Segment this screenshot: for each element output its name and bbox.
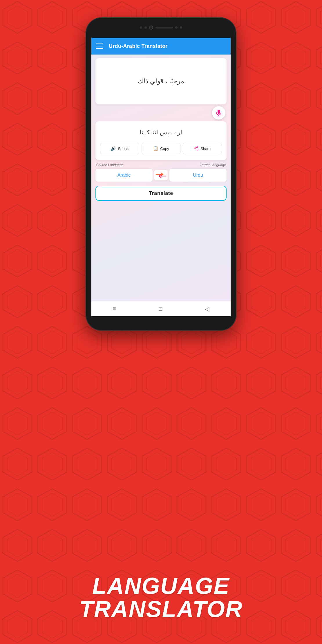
speak-label: Speak xyxy=(118,146,129,151)
svg-line-6 xyxy=(196,149,197,149)
action-buttons-row: 🔊 Speak 📋 Copy xyxy=(100,142,222,155)
copy-label: Copy xyxy=(160,146,169,151)
target-language-label: Target Language xyxy=(200,163,226,167)
copy-button[interactable]: 📋 Copy xyxy=(142,143,181,154)
bottom-title-section: LANGUAGE TRANSLATOR xyxy=(74,574,248,621)
main-title-line2: TRANSLATOR xyxy=(74,598,248,621)
translation-input-box[interactable]: مرحبًا ، قولي ذلك xyxy=(95,58,227,104)
phone-bottom xyxy=(86,316,236,331)
screen-content: مرحبًا ، قولي ذلك ارے ، بس xyxy=(91,55,231,301)
app-bar: Urdu-Arabic Translator xyxy=(91,38,231,55)
mic-row xyxy=(95,106,227,120)
share-button[interactable]: Share xyxy=(183,143,222,154)
sensor-dot-1 xyxy=(140,26,142,29)
svg-line-7 xyxy=(196,147,197,148)
translate-button-label: Translate xyxy=(149,190,173,196)
language-section: Source Language Target Language Arabic xyxy=(95,162,227,183)
urdu-output-text: ارے ، بس اتنا کہنا xyxy=(100,126,222,139)
source-language-label: Source Language xyxy=(96,163,124,167)
svg-point-3 xyxy=(197,146,198,147)
phone-container: Urdu-Arabic Translator مرحبًا ، قولي ذلك xyxy=(86,17,236,331)
source-language-selector[interactable]: Arabic xyxy=(95,169,153,182)
camera-area xyxy=(140,26,182,30)
main-title-line1: LANGUAGE xyxy=(74,574,248,598)
share-icon xyxy=(194,146,199,151)
language-labels: Source Language Target Language xyxy=(95,163,227,167)
translate-button[interactable]: Translate xyxy=(95,186,227,201)
swap-arrows-icon xyxy=(156,173,166,178)
target-language-selector[interactable]: Urdu xyxy=(169,169,227,182)
sensor-dot-3 xyxy=(175,26,178,29)
bottom-navigation: ≡ □ ◁ xyxy=(91,301,231,316)
nav-home-icon[interactable]: □ xyxy=(159,305,162,312)
copy-icon: 📋 xyxy=(153,146,158,151)
nav-menu-icon[interactable]: ≡ xyxy=(113,305,116,312)
hamburger-menu-icon[interactable] xyxy=(96,44,103,49)
mic-button[interactable] xyxy=(212,106,225,120)
speak-icon: 🔊 xyxy=(111,146,116,151)
svg-point-5 xyxy=(197,149,198,150)
front-camera xyxy=(149,26,153,30)
earpiece xyxy=(155,27,173,28)
share-label: Share xyxy=(200,146,211,151)
target-language-text: Urdu xyxy=(193,173,203,178)
app-title: Urdu-Arabic Translator xyxy=(109,43,168,49)
sensor-dot-2 xyxy=(144,26,147,29)
phone-notch xyxy=(86,17,236,38)
svg-point-4 xyxy=(195,148,196,149)
arabic-input-text: مرحبًا ، قولي ذلك xyxy=(138,77,184,85)
speak-button[interactable]: 🔊 Speak xyxy=(100,143,139,154)
svg-rect-0 xyxy=(218,110,220,114)
mic-icon xyxy=(216,109,222,116)
sensor-dot-4 xyxy=(180,26,182,29)
source-language-text: Arabic xyxy=(117,173,131,178)
translation-output-box: ارے ، بس اتنا کہنا 🔊 Speak 📋 Copy xyxy=(95,121,227,160)
language-selector-row: Arabic Urdu xyxy=(95,169,227,182)
phone-screen: Urdu-Arabic Translator مرحبًا ، قولي ذلك xyxy=(91,38,231,316)
nav-back-icon[interactable]: ◁ xyxy=(205,305,209,312)
swap-languages-button[interactable] xyxy=(154,170,168,180)
phone-body: Urdu-Arabic Translator مرحبًا ، قولي ذلك xyxy=(86,17,236,331)
